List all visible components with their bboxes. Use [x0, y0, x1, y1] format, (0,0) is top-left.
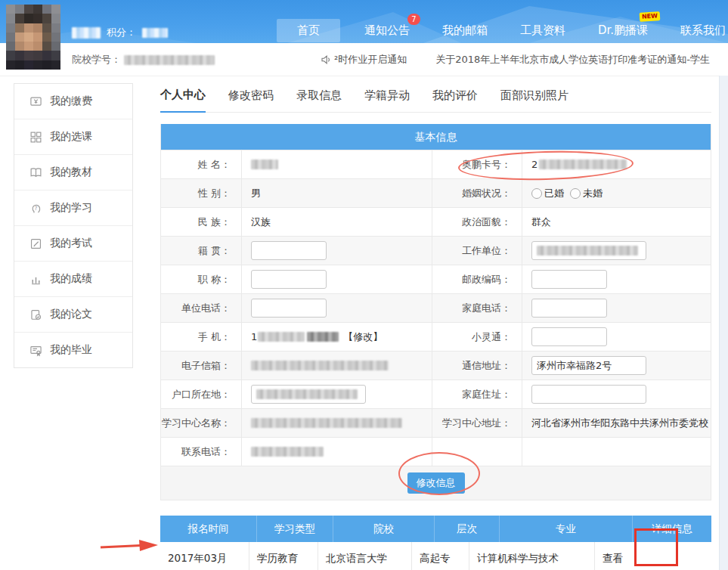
col-header-enroll-time: 报名时间	[160, 516, 257, 542]
tab-face-photo[interactable]: 面部识别照片	[500, 82, 568, 112]
form-row-email-mailingaddress: 电子信箱： 通信地址：	[161, 351, 711, 379]
nav-item-contact-us[interactable]: 联系我们	[680, 19, 726, 42]
tab-my-evaluation[interactable]: 我的评价	[432, 82, 478, 112]
marital-status-value: 已婚 未婚	[522, 179, 711, 207]
sidebar-item-textbooks[interactable]: 我的教材	[14, 154, 132, 190]
points-row: 积分：	[107, 25, 168, 40]
form-row-contactphone: 联系电话：	[161, 437, 711, 466]
modify-mobile-link[interactable]: 【修改】	[343, 330, 383, 344]
form-row-workphone-homephone: 单位电话： 家庭电话：	[161, 293, 711, 322]
work-phone-input[interactable]	[251, 299, 327, 318]
contact-phone-redacted	[251, 447, 324, 457]
mailing-address-label: 通信地址：	[432, 352, 522, 379]
cell-level: 高起专	[412, 542, 469, 570]
student-id-redacted	[124, 55, 215, 65]
main-content: 个人中心 修改密码 录取信息 学籍异动 我的评价 面部识别照片 基本信息 姓 名…	[160, 82, 711, 570]
ethnicity-value: 汉族	[242, 208, 432, 236]
sidebar-item-payment[interactable]: 我的缴费	[14, 84, 132, 119]
form-row-name-card: 姓 名： 奥鹏卡号： 2	[161, 150, 711, 178]
nav-item-home[interactable]: 首页	[277, 19, 340, 42]
info-bar: 院校学号： ²时作业开启通知 关于2018年上半年北京市成人学位英语打印准考证的…	[0, 43, 728, 76]
nav-item-mailbox[interactable]: 我的邮箱	[442, 19, 488, 42]
learning-center-name-label: 学习中心名称：	[161, 409, 242, 437]
job-title-input[interactable]	[251, 270, 327, 289]
card-number-label: 奥鹏卡号：	[432, 150, 522, 178]
form-row-residence-homeaddress: 户口所在地： 家庭住址：	[161, 379, 711, 408]
enrollment-table: 报名时间 学习类型 院校 层次 专业 详细信息 2017年03月 学历教育 北京…	[160, 516, 711, 570]
mobile-verified-redacted	[307, 332, 339, 342]
unmarried-radio[interactable]	[570, 188, 581, 199]
form-row-mobile-pager: 手 机： 1【修改】 小灵通：	[161, 322, 711, 351]
mailing-address-input[interactable]	[531, 356, 646, 375]
col-header-institution: 院校	[333, 516, 435, 542]
pager-input[interactable]	[531, 327, 607, 346]
work-phone-label: 单位电话：	[161, 294, 242, 322]
home-phone-input[interactable]	[531, 299, 607, 318]
learning-center-name-value	[242, 409, 432, 437]
sidebar-item-thesis[interactable]: 我的论文	[14, 296, 132, 332]
notice-count-badge: 7	[407, 14, 420, 25]
mobile-label: 手 机：	[161, 323, 242, 351]
home-address-input[interactable]	[531, 385, 646, 404]
diploma-icon	[29, 344, 42, 357]
residence-input[interactable]	[251, 385, 366, 404]
gender-value: 男	[242, 179, 432, 207]
native-place-input[interactable]	[251, 241, 327, 260]
nav-item-notices[interactable]: 通知公告7	[364, 19, 410, 42]
modify-info-button[interactable]: 修改信息	[407, 472, 465, 494]
speaker-icon	[321, 54, 331, 65]
sidebar-item-label: 我的缴费	[50, 94, 92, 108]
sidebar-item-course-selection[interactable]: 我的选课	[14, 119, 132, 154]
empty-label	[432, 438, 522, 466]
student-id-row: 院校学号：	[72, 53, 215, 67]
payment-icon	[29, 95, 42, 108]
cell-enroll-time: 2017年03月	[160, 542, 249, 570]
new-badge: NEW	[640, 11, 661, 22]
residence-label: 户口所在地：	[161, 380, 242, 408]
form-title: 基本信息	[161, 124, 711, 150]
learning-center-address-label: 学习中心地址：	[432, 409, 522, 437]
tab-status-change[interactable]: 学籍异动	[364, 82, 410, 112]
contact-phone-value	[242, 438, 432, 466]
scrollbar-track[interactable]	[719, 76, 728, 570]
card-number-redacted	[539, 160, 627, 169]
sidebar-item-label: 我的考试	[50, 237, 92, 250]
gender-label: 性 别：	[161, 179, 242, 207]
unmarried-option-label: 未婚	[583, 187, 603, 200]
points-value-redacted	[142, 28, 168, 38]
top-header-bar: 积分： 首页 通知公告7 我的邮箱 工具资料 Dr.鹏播课NEW 联系我们	[0, 0, 728, 43]
ticker-item[interactable]: ²时作业开启通知	[321, 53, 407, 67]
col-header-study-type: 学习类型	[257, 516, 333, 542]
nav-item-dr-peng-course[interactable]: Dr.鹏播课NEW	[598, 19, 648, 42]
col-header-major: 专业	[500, 516, 633, 542]
postcode-input[interactable]	[531, 270, 607, 289]
notice-ticker: ²时作业开启通知 关于2018年上半年北京市成人学位英语打印准考证的通知-学生 …	[321, 53, 728, 67]
exam-icon	[29, 237, 42, 250]
sidebar-item-grades[interactable]: 我的成绩	[14, 261, 132, 296]
learning-center-name-redacted	[251, 418, 402, 428]
political-status-value: 群众	[522, 208, 711, 236]
ticker-item[interactable]: 关于2018年上半年北京市成人学位英语打印准考证的通知-学生	[435, 53, 710, 67]
email-value	[242, 352, 432, 379]
book-icon	[29, 166, 42, 179]
col-header-level: 层次	[435, 516, 500, 542]
nav-item-tools[interactable]: 工具资料	[520, 19, 565, 42]
married-radio[interactable]	[531, 188, 542, 199]
work-unit-input[interactable]	[531, 241, 646, 260]
postcode-label: 邮政编码：	[432, 265, 522, 293]
name-label: 姓 名：	[161, 150, 242, 178]
sidebar-item-learning[interactable]: ? 我的学习	[14, 190, 132, 225]
card-number-value: 2	[522, 150, 711, 178]
sidebar-item-graduation[interactable]: 我的毕业	[14, 332, 132, 367]
tab-admission-info[interactable]: 录取信息	[296, 82, 342, 112]
sidebar-item-label: 我的毕业	[50, 343, 92, 357]
tab-personal-center[interactable]: 个人中心	[160, 81, 206, 113]
view-details-link[interactable]: 查看	[595, 542, 666, 570]
thesis-icon	[29, 308, 42, 321]
tab-change-password[interactable]: 修改密码	[228, 82, 274, 112]
contact-phone-label: 联系电话：	[161, 438, 242, 466]
sidebar-item-label: 我的学习	[50, 201, 92, 215]
residence-redacted	[256, 389, 358, 399]
learning-icon: ?	[29, 202, 42, 215]
sidebar-item-exams[interactable]: 我的考试	[14, 225, 132, 261]
